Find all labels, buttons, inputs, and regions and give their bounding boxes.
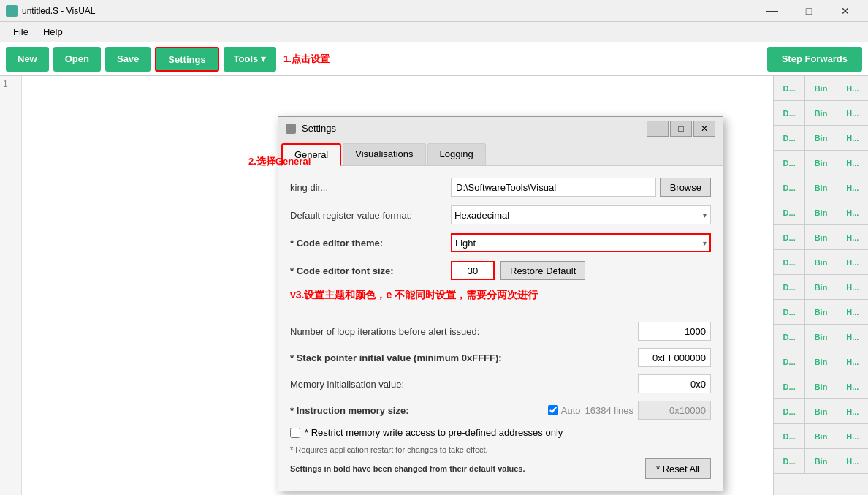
dialog-titlebar: Settings — □ ✕ [278,117,723,140]
click-settings-annotation: 1.点击设置 [283,53,330,66]
settings-bold-note: Settings in bold have been changed from … [290,464,525,473]
dialog-window-controls: — □ ✕ [647,121,715,137]
dialog-content: king dir... Browse Default register valu… [278,166,723,491]
font-size-label: * Code editor font size: [290,265,451,276]
loop-iter-input[interactable] [638,322,711,341]
dialog-close-button[interactable]: ✕ [693,121,715,137]
stack-pointer-row: * Stack pointer initial value (minimum 0… [290,348,711,367]
settings-button[interactable]: Settings [155,47,218,72]
app-icon [6,5,18,17]
reset-all-button[interactable]: * Reset All [645,458,711,479]
loop-iter-row: Number of loop iterations before alert i… [290,322,711,341]
auto-label: Auto [561,405,581,416]
footer: * Requires application restart for chang… [290,445,711,479]
code-theme-select[interactable]: Light Dark Monokai [451,233,711,252]
new-button[interactable]: New [6,47,49,72]
hex-value-input[interactable] [638,401,711,420]
theme-annotation: v3.设置主题和颜色，e 不能同时设置，需要分两次进行 [290,289,711,302]
menu-bar: File Help [0,22,868,42]
font-size-input[interactable] [451,261,495,280]
help-menu[interactable]: Help [36,23,70,40]
auto-checkbox[interactable] [548,405,558,415]
save-button[interactable]: Save [105,47,151,72]
memory-init-label: Memory initialisation value: [290,379,638,390]
working-dir-row: king dir... Browse [290,178,711,197]
loop-iter-label: Number of loop iterations before alert i… [290,326,638,337]
dialog-title: Settings [302,123,647,134]
requires-note: * Requires application restart for chang… [290,445,711,454]
window-controls: — □ ✕ [755,0,862,22]
restrict-memory-row: * Restrict memory write access to pre-de… [290,427,711,438]
toolbar: New Open Save Settings Tools ▾ 1.点击设置 St… [0,42,868,76]
theme-select-wrapper: Light Dark Monokai ▾ [451,233,711,252]
minimize-button[interactable]: — [755,0,789,22]
open-button[interactable]: Open [53,47,101,72]
instruction-memory-row: * Instruction memory size: Auto 16384 li… [290,401,711,420]
restrict-checkbox[interactable] [290,428,300,438]
restore-default-button[interactable]: Restore Default [500,261,585,280]
dialog-overlay: Settings — □ ✕ General Visualisations Lo… [0,76,868,495]
font-size-row: * Code editor font size: Restore Default [290,261,711,280]
restrict-label: * Restrict memory write access to pre-de… [305,427,563,438]
dialog-minimize-button[interactable]: — [647,121,669,137]
register-format-label: Default register value format: [290,210,451,221]
working-dir-input[interactable] [451,178,656,197]
memory-init-input[interactable] [638,374,711,393]
lines-label: 16384 lines [585,405,634,416]
title-bar: untitled.S - VisUAL — □ ✕ [0,0,868,22]
dialog-icon [286,124,296,134]
memory-init-row: Memory initialisation value: [290,374,711,393]
step-forwards-button[interactable]: Step Forwards [767,47,862,72]
settings-dialog: Settings — □ ✕ General Visualisations Lo… [278,116,723,491]
code-theme-row: * Code editor theme: Light Dark Monokai … [290,233,711,252]
dialog-maximize-button[interactable]: □ [670,121,692,137]
file-menu[interactable]: File [6,23,36,40]
app-title: untitled.S - VisUAL [22,6,755,16]
tab-general[interactable]: General [281,143,341,166]
register-format-row: Default register value format: Hexadecim… [290,205,711,224]
section-divider [290,311,711,311]
dialog-tabs: General Visualisations Logging [278,140,723,166]
stack-pointer-input[interactable] [638,348,711,367]
stack-pointer-label: * Stack pointer initial value (minimum 0… [290,352,638,363]
main-area: 1 D... Bin H... D... Bin H... D... Bin H… [0,76,868,495]
maximize-button[interactable]: □ [792,0,826,22]
register-format-select-wrapper: Hexadecimal Decimal Binary ▾ [451,205,711,224]
browse-button[interactable]: Browse [660,178,711,197]
toolbar-right: Step Forwards [767,47,862,72]
register-format-select[interactable]: Hexadecimal Decimal Binary [451,205,711,224]
close-button[interactable]: ✕ [829,0,862,22]
tab-logging[interactable]: Logging [427,143,486,165]
tools-button[interactable]: Tools ▾ [224,47,276,72]
working-dir-label: king dir... [290,182,451,193]
instruction-memory-label: * Instruction memory size: [290,405,548,416]
tab-visualisations[interactable]: Visualisations [343,143,425,165]
code-theme-label: * Code editor theme: [290,238,451,249]
